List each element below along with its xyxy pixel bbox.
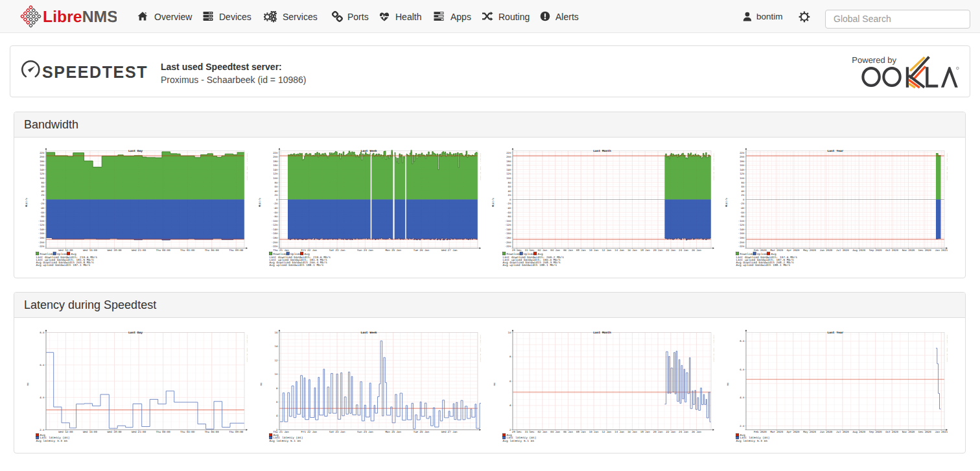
svg-text:Oct 2020: Oct 2020 — [885, 249, 898, 252]
svg-text:Last Year: Last Year — [828, 149, 844, 153]
svg-text:Fri 22 Jan: Fri 22 Jan — [301, 249, 318, 252]
svg-text:ms: ms — [27, 382, 30, 385]
svg-text:-40: -40 — [740, 207, 745, 210]
svg-text:Download: Download — [507, 252, 521, 256]
svg-text:Sun 24 Jan: Sun 24 Jan — [357, 431, 373, 434]
svg-text:Apr 2020: Apr 2020 — [787, 249, 800, 252]
svg-text:Dec 2020: Dec 2020 — [918, 431, 931, 434]
svg-text:140: 140 — [273, 169, 278, 172]
svg-text:140: 140 — [506, 169, 511, 172]
svg-text:20: 20 — [41, 194, 45, 197]
svg-text:160: 160 — [273, 164, 278, 167]
svg-text:Mbit/s: Mbit/s — [259, 197, 262, 207]
svg-text:Last Month: Last Month — [593, 149, 611, 153]
svg-text:-100: -100 — [272, 220, 278, 223]
svg-text:Avg upload bandwidth 188.1 Mb/: Avg upload bandwidth 188.1 Mb/s — [503, 263, 557, 267]
svg-text:Avg latency 3.3 ms: Avg latency 3.3 ms — [36, 439, 68, 443]
svg-text:100: 100 — [40, 177, 45, 180]
svg-text:20: 20 — [741, 194, 745, 197]
svg-text:6.0: 6.0 — [740, 368, 745, 372]
svg-text:ms: ms — [260, 382, 263, 385]
svg-text:-140: -140 — [38, 228, 45, 232]
svg-text:Tue 26 Jan: Tue 26 Jan — [414, 249, 430, 252]
svg-text:100: 100 — [740, 177, 745, 180]
svg-text:22 Jan: 22 Jan — [666, 431, 676, 434]
svg-text:180: 180 — [506, 160, 511, 163]
svg-text:-140: -140 — [738, 228, 745, 232]
svg-text:-20: -20 — [40, 202, 45, 206]
svg-text:12: 12 — [275, 359, 278, 363]
svg-text:-40: -40 — [40, 207, 45, 210]
svg-text:Tue 26 Jan: Tue 26 Jan — [414, 431, 430, 434]
svg-text:Wed 15:00: Wed 15:00 — [83, 431, 98, 434]
svg-text:220: 220 — [506, 152, 511, 155]
svg-text:-180: -180 — [38, 237, 45, 240]
svg-text:Avg upload bandwidth 188.1 Mb/: Avg upload bandwidth 188.1 Mb/s — [736, 263, 791, 267]
svg-text:200: 200 — [273, 156, 278, 159]
svg-text:12 Jan: 12 Jan — [602, 249, 612, 252]
svg-text:-100: -100 — [738, 220, 745, 223]
svg-text:20 Jan: 20 Jan — [653, 249, 663, 252]
svg-text:-80: -80 — [40, 215, 45, 219]
svg-text:Last Day: Last Day — [128, 331, 143, 335]
svg-text:-220: -220 — [38, 245, 45, 248]
svg-text:Mbit/s: Mbit/s — [492, 197, 495, 207]
svg-text:Mon 25 Jan: Mon 25 Jan — [385, 431, 401, 434]
svg-text:Thu 00:00: Thu 00:00 — [156, 249, 171, 252]
svg-text:Jul 2020: Jul 2020 — [836, 249, 849, 252]
svg-text:-160: -160 — [738, 232, 745, 235]
svg-text:29 Dec: 29 Dec — [512, 249, 522, 252]
svg-text:Jun 2020: Jun 2020 — [820, 431, 833, 434]
svg-text:Avg latency 5.1 ms: Avg latency 5.1 ms — [503, 439, 535, 443]
svg-text:-80: -80 — [740, 215, 745, 219]
svg-text:Last Day: Last Day — [128, 149, 143, 153]
svg-text:Avg latency 5.3 ms: Avg latency 5.3 ms — [736, 439, 768, 443]
svg-text:120: 120 — [506, 173, 511, 176]
svg-text:Last Month: Last Month — [593, 331, 611, 335]
svg-text:80: 80 — [508, 182, 511, 185]
svg-text:Avg upload bandwidth 188.1 Mb/: Avg upload bandwidth 188.1 Mb/s — [270, 263, 324, 267]
svg-text:29 Dec: 29 Dec — [512, 431, 522, 434]
svg-text:-60: -60 — [506, 211, 511, 215]
svg-text:140: 140 — [40, 169, 45, 172]
svg-text:Thu 09:00: Thu 09:00 — [229, 431, 244, 434]
svg-text:40: 40 — [741, 190, 745, 193]
svg-text:Thu 21 Jan: Thu 21 Jan — [273, 249, 289, 252]
svg-text:22 Jan: 22 Jan — [666, 249, 676, 252]
svg-text:-40: -40 — [273, 207, 278, 210]
svg-text:-20: -20 — [506, 202, 511, 206]
svg-text:160: 160 — [506, 164, 511, 167]
svg-text:-200: -200 — [38, 241, 45, 245]
svg-text:04 Jan: 04 Jan — [550, 431, 560, 434]
svg-text:Jul 2020: Jul 2020 — [836, 431, 849, 434]
svg-text:80: 80 — [41, 182, 45, 185]
svg-text:02 Jan: 02 Jan — [538, 249, 548, 252]
svg-text:08 Jan: 08 Jan — [576, 249, 586, 252]
svg-text:-220: -220 — [738, 245, 745, 248]
svg-text:RRDTOOL / TOBI OETIKER: RRDTOOL / TOBI OETIKER — [713, 153, 714, 180]
svg-text:-200: -200 — [505, 241, 511, 245]
svg-text:16 Jan: 16 Jan — [627, 249, 637, 252]
svg-text:60: 60 — [41, 186, 45, 189]
svg-text:-80: -80 — [273, 215, 278, 219]
svg-text:4.0: 4.0 — [40, 396, 45, 400]
svg-text:Sep 2020: Sep 2020 — [869, 249, 882, 252]
svg-text:08 Jan: 08 Jan — [576, 431, 586, 434]
svg-text:120: 120 — [740, 173, 745, 176]
svg-text:May 2020: May 2020 — [803, 431, 816, 434]
svg-text:RRDTOOL / TOBI OETIKER: RRDTOOL / TOBI OETIKER — [713, 335, 714, 362]
svg-text:May 2020: May 2020 — [803, 249, 816, 252]
svg-text:Last Week: Last Week — [361, 149, 377, 153]
svg-text:Thu 09:00: Thu 09:00 — [229, 249, 244, 252]
svg-text:Oct 2020: Oct 2020 — [885, 431, 898, 434]
svg-text:Avg latency 5.1 ms: Avg latency 5.1 ms — [270, 439, 301, 443]
svg-text:-120: -120 — [505, 224, 511, 227]
svg-text:Dec 2020: Dec 2020 — [918, 249, 931, 252]
svg-text:RRDTOOL / TOBI OETIKER: RRDTOOL / TOBI OETIKER — [946, 335, 948, 362]
svg-text:RRDTOOL / TOBI OETIKER: RRDTOOL / TOBI OETIKER — [480, 335, 481, 362]
svg-text:Thu 00:00: Thu 00:00 — [156, 431, 171, 434]
svg-text:200: 200 — [506, 156, 511, 159]
svg-text:-160: -160 — [505, 232, 511, 235]
svg-text:Wed 21:00: Wed 21:00 — [132, 431, 146, 434]
svg-text:180: 180 — [273, 160, 278, 163]
